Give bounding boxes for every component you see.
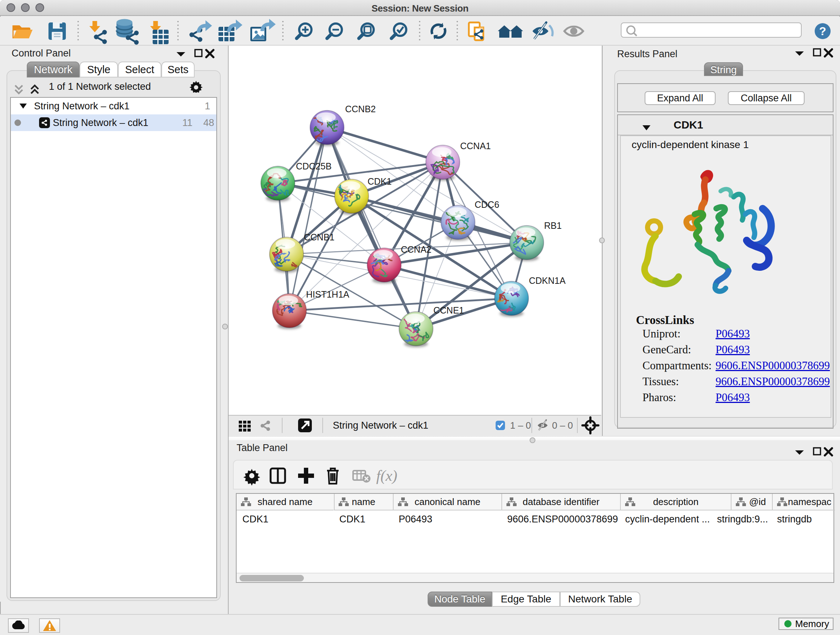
svg-text:CCNE1: CCNE1 — [433, 305, 464, 315]
svg-text:?: ? — [819, 25, 826, 38]
svg-text:1 – 0: 1 – 0 — [510, 420, 531, 431]
svg-text:CDC6: CDC6 — [475, 200, 499, 210]
svg-text:HIST1H1A: HIST1H1A — [306, 289, 349, 299]
svg-text:CDK1: CDK1 — [368, 176, 392, 187]
svg-text:CDC25B: CDC25B — [296, 161, 332, 171]
svg-text:String Network – cdk1: String Network – cdk1 — [333, 420, 428, 431]
svg-text:CCNA2: CCNA2 — [401, 244, 431, 255]
svg-text:f(x): f(x) — [376, 467, 397, 485]
svg-text:CCNB2: CCNB2 — [345, 104, 376, 114]
svg-text:CCNB1: CCNB1 — [304, 232, 335, 242]
svg-text:RB1: RB1 — [544, 220, 562, 231]
svg-text:0 – 0: 0 – 0 — [552, 420, 573, 431]
svg-text:CDKN1A: CDKN1A — [529, 276, 566, 286]
svg-text:CCNA1: CCNA1 — [460, 141, 491, 151]
